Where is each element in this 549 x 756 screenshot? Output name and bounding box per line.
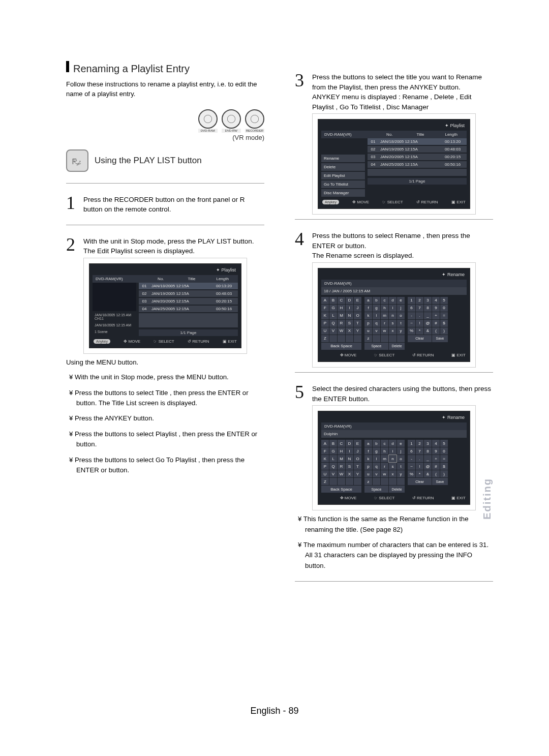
osd-keyboard-key[interactable]: 9 [432,447,440,455]
osd-keyboard-key[interactable]: y [397,470,405,477]
osd-keyboard-key[interactable]: d [389,297,396,304]
osd-keyboard-key[interactable]: 6 [408,447,415,455]
osd-keyboard-key[interactable]: Q [329,320,337,327]
osd-keyboard-key[interactable]: - [408,312,415,319]
osd-keyboard-key[interactable]: 6 [408,305,415,312]
osd-keyboard-key[interactable]: Q [329,463,337,470]
osd-keyboard-key[interactable]: E [354,297,361,304]
osd-keyboard-key[interactable]: T [354,463,361,470]
osd-keyboard-key[interactable]: 2 [416,440,423,447]
osd-keyboard-key[interactable]: s [389,320,396,327]
osd-keyboard-key[interactable]: b [373,297,380,304]
osd-keyboard-key[interactable]: Y [354,327,361,335]
osd-keyboard-key[interactable]: r [381,320,388,327]
osd-keyboard-key[interactable]: 4 [432,440,440,447]
osd-keyboard-key[interactable]: . [416,455,423,462]
osd-keyboard-key[interactable]: k [364,455,372,462]
osd-keyboard-key[interactable]: N [346,312,353,319]
osd-menu-edit-playlist[interactable]: Edit Playlist [321,172,365,179]
osd-keyboard-key[interactable]: M [338,312,345,319]
osd-keyboard-key[interactable]: b [373,440,380,447]
osd-key-clear[interactable]: Clear [408,478,432,485]
osd-rename-field[interactable]: 18 / JAN / 2005 12:15 AM [321,287,467,295]
osd-keyboard-key[interactable]: z [364,335,372,342]
osd-keyboard-key[interactable]: f [364,447,372,455]
osd-keyboard-key[interactable]: I [346,447,353,455]
osd-keyboard-key[interactable]: ) [440,470,448,477]
osd-keyboard-key[interactable]: K [321,312,329,319]
osd-playlist-row[interactable]: 02JAN/19/2005 12:15A00:48:03 [139,290,238,297]
osd-keyboard-key[interactable]: u [364,327,372,335]
osd-keyboard-key[interactable]: 8 [424,447,432,455]
osd-menu-disc-manager[interactable]: Disc Manager [321,189,365,197]
osd-keyboard-key[interactable]: 1 [408,440,415,447]
osd-keyboard-key[interactable]: 9 [432,305,440,312]
osd-menu-delete[interactable]: Delete [321,163,365,171]
osd-keyboard-key[interactable]: @ [424,320,432,327]
osd-keyboard-key[interactable]: O [354,455,361,462]
osd-keyboard-key[interactable]: O [354,312,361,319]
osd-keyboard-key[interactable]: ~ [408,320,415,327]
osd-keyboard-key[interactable]: F [321,305,329,312]
osd-keyboard-key[interactable]: W [338,327,345,335]
osd-keyboard-key[interactable]: z [364,478,372,485]
osd-keyboard-key[interactable]: x [389,327,396,335]
osd-keyboard-key[interactable]: 5 [440,297,448,304]
osd-keyboard-key[interactable]: v [373,327,380,335]
osd-keyboard-key[interactable]: 3 [424,440,432,447]
osd-keyboard-key[interactable]: j [397,305,405,312]
osd-keyboard-key[interactable]: A [321,297,329,304]
osd-keyboard-key[interactable]: & [424,327,432,335]
osd-keyboard-key[interactable]: l [373,312,380,319]
osd-keyboard-key[interactable]: # [432,320,440,327]
osd-key-space[interactable]: Space [364,486,388,493]
osd-keyboard-key[interactable]: h [381,305,388,312]
osd-keyboard-key[interactable]: Z [321,335,329,342]
osd-keyboard-key[interactable]: ( [432,327,440,335]
osd-keyboard-key[interactable]: Y [354,470,361,477]
osd-keyboard-key[interactable]: W [338,470,345,477]
osd-keyboard-key[interactable]: S [346,320,353,327]
osd-key-backspace[interactable]: Back Space [321,486,361,493]
osd-playlist-row[interactable]: 03JAN/20/2005 12:15A00:20:15 [139,298,238,305]
osd-keyboard-key[interactable]: V [329,470,337,477]
osd-keyboard-key[interactable]: d [389,440,396,447]
osd-key-delete[interactable]: Delete [389,343,405,350]
osd-keyboard-key[interactable]: q [373,320,380,327]
osd-keyboard-key[interactable]: * [416,470,423,477]
osd-keyboard-key[interactable]: y [397,327,405,335]
osd-keyboard-key[interactable]: L [329,312,337,319]
osd-keyboard-key[interactable]: I [346,305,353,312]
osd-keyboard-key[interactable]: x [389,470,396,477]
osd-keyboard-key[interactable]: 2 [416,297,423,304]
osd-keyboard-key[interactable]: 0 [440,447,448,455]
osd-keyboard-key[interactable]: o [397,312,405,319]
osd-keyboard-key[interactable]: C [338,297,345,304]
osd-keyboard-key[interactable]: M [338,455,345,462]
osd-keyboard-key[interactable]: e [397,297,405,304]
osd-keyboard-key[interactable]: q [373,463,380,470]
osd-keyboard-key[interactable]: m [381,455,388,462]
osd-playlist-row[interactable]: 01JAN/18/2005 12:15A00:13:20 [139,283,238,289]
osd-keyboard-key[interactable]: p [364,320,372,327]
osd-rename-field[interactable]: Dolphin [321,430,467,438]
osd-keyboard-key[interactable]: $ [440,320,448,327]
osd-keyboard-key[interactable]: P [321,463,329,470]
osd-keyboard-key[interactable]: K [321,455,329,462]
osd-keyboard-key[interactable]: r [381,463,388,470]
osd-keyboard-key[interactable]: B [329,297,337,304]
osd-keyboard-key[interactable]: + [432,455,440,462]
osd-keyboard-key[interactable]: . [416,312,423,319]
osd-keyboard-key[interactable]: V [329,327,337,335]
osd-keyboard-key[interactable]: s [389,463,396,470]
osd-keyboard-key[interactable]: N [346,455,353,462]
osd-keyboard-key[interactable]: E [354,440,361,447]
osd-keyboard-key[interactable]: = [440,312,448,319]
osd-keyboard-key[interactable]: m [381,312,388,319]
osd-keyboard-key[interactable]: ) [440,327,448,335]
osd-keyboard-key[interactable]: j [397,447,405,455]
osd-playlist-row[interactable]: 01JAN/18/2005 12:15A00:13:20 [368,138,467,145]
osd-keyboard-key[interactable]: e [397,440,405,447]
osd-keyboard-key[interactable]: h [381,447,388,455]
osd-keyboard-key[interactable]: p [364,463,372,470]
